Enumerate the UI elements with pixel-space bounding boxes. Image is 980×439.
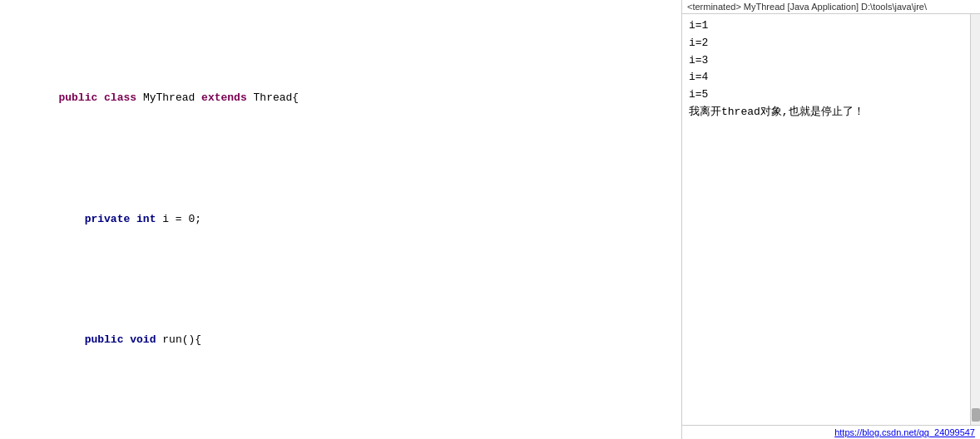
code-editor[interactable]: public class MyThread extends Thread{ pr… bbox=[0, 0, 682, 439]
code-line-1: public class MyThread extends Thread{ bbox=[0, 72, 681, 124]
console-scrollbar[interactable] bbox=[970, 14, 980, 425]
console-footer-link[interactable]: https://blog.csdn.net/qq_24099547 bbox=[682, 425, 980, 439]
code-line-4: try { bbox=[0, 436, 681, 439]
console-line-6: 我离开thread对象,也就是停止了！ bbox=[689, 104, 963, 121]
console-line-2: i=2 bbox=[689, 35, 963, 52]
code-line-3: public void run(){ bbox=[0, 314, 681, 366]
code-line-2: private int i = 0; bbox=[0, 194, 681, 245]
console-output: i=1 i=2 i=3 i=4 i=5 我离开thread对象,也就是停止了！ bbox=[682, 14, 970, 425]
console-panel: <terminated> MyThread [Java Application]… bbox=[682, 0, 980, 439]
console-header: <terminated> MyThread [Java Application]… bbox=[682, 0, 980, 14]
console-line-5: i=5 bbox=[689, 86, 963, 104]
console-line-1: i=1 bbox=[689, 17, 963, 35]
console-line-3: i=3 bbox=[689, 52, 963, 70]
console-line-4: i=4 bbox=[689, 69, 963, 86]
